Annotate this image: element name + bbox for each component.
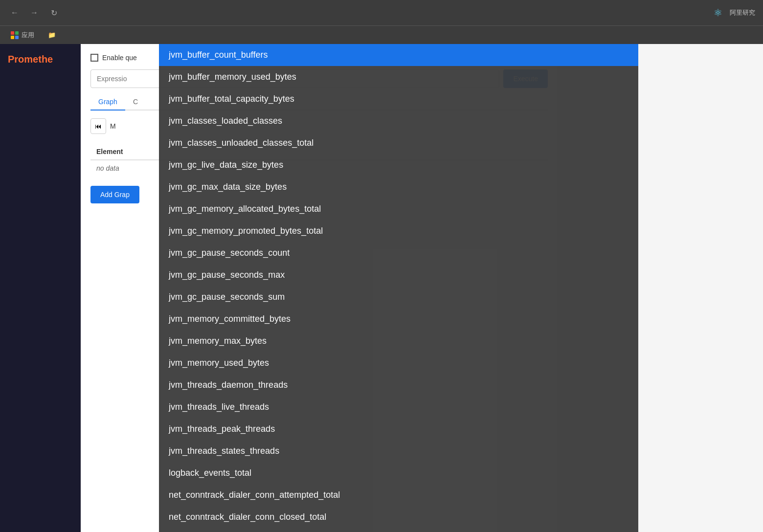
folder-bookmark[interactable]: 📁 — [45, 30, 59, 40]
dropdown-item-14[interactable]: jvm_memory_used_bytes — [159, 352, 638, 374]
folder-icon: 📁 — [48, 31, 56, 39]
dropdown-item-22[interactable]: net_conntrack_dialer_conn_established_to… — [159, 528, 638, 532]
dropdown-item-21[interactable]: net_conntrack_dialer_conn_closed_total — [159, 506, 638, 528]
react-icon: ⚛ — [712, 7, 724, 19]
apps-label: 应用 — [22, 31, 34, 40]
dropdown-item-18[interactable]: jvm_threads_states_threads — [159, 440, 638, 462]
dropdown-item-17[interactable]: jvm_threads_peak_threads — [159, 418, 638, 440]
dropdown-item-6[interactable]: jvm_gc_max_data_size_bytes — [159, 176, 638, 198]
back-button[interactable]: ← — [8, 6, 22, 20]
dropdown-item-16[interactable]: jvm_threads_live_threads — [159, 396, 638, 418]
dropdown-item-7[interactable]: jvm_gc_memory_allocated_bytes_total — [159, 198, 638, 220]
dropdown-item-4[interactable]: jvm_classes_unloaded_classes_total — [159, 132, 638, 154]
ctrl-label: M — [110, 122, 116, 130]
dropdown-item-13[interactable]: jvm_memory_max_bytes — [159, 330, 638, 352]
sidebar-title: Promethe — [0, 54, 81, 77]
dropdown-item-11[interactable]: jvm_gc_pause_seconds_sum — [159, 286, 638, 308]
dropdown-item-5[interactable]: jvm_gc_live_data_size_bytes — [159, 154, 638, 176]
apps-bookmark[interactable]: 应用 — [8, 30, 37, 41]
enable-query-checkbox[interactable] — [90, 54, 98, 62]
dropdown-item-1[interactable]: jvm_buffer_memory_used_bytes — [159, 66, 638, 88]
dropdown-item-3[interactable]: jvm_classes_loaded_classes — [159, 110, 638, 132]
dropdown-item-15[interactable]: jvm_threads_daemon_threads — [159, 374, 638, 396]
dropdown-item-19[interactable]: logback_events_total — [159, 462, 638, 484]
tab-c[interactable]: C — [125, 94, 146, 110]
tab-graph[interactable]: Graph — [90, 94, 125, 111]
browser-right-controls: ⚛ 阿里研究 — [712, 7, 755, 19]
refresh-button[interactable]: ↻ — [47, 6, 61, 20]
dropdown-item-12[interactable]: jvm_memory_committed_bytes — [159, 308, 638, 330]
forward-button[interactable]: → — [27, 6, 41, 20]
dropdown-overlay: jvm_buffer_count_buffers jvm_buffer_memo… — [159, 44, 638, 532]
dropdown-item-0[interactable]: jvm_buffer_count_buffers — [159, 44, 638, 66]
add-graph-button[interactable]: Add Grap — [90, 186, 139, 203]
dropdown-item-2[interactable]: jvm_buffer_total_capacity_bytes — [159, 88, 638, 110]
dropdown-item-9[interactable]: jvm_gc_pause_seconds_count — [159, 242, 638, 264]
browser-chrome: ← → ↻ ⚛ 阿里研究 应用 📁 — [0, 0, 763, 44]
enable-query-label: Enable que — [102, 54, 137, 62]
sidebar: Promethe — [0, 44, 81, 532]
dropdown-item-10[interactable]: jvm_gc_pause_seconds_max — [159, 264, 638, 286]
page-layout: Promethe Enable que Execute Graph C ⏮ M — [0, 44, 763, 532]
dropdown-item-8[interactable]: jvm_gc_memory_promoted_bytes_total — [159, 220, 638, 242]
user-label: 阿里研究 — [730, 8, 755, 17]
rewind-button[interactable]: ⏮ — [90, 118, 106, 134]
browser-toolbar: ← → ↻ ⚛ 阿里研究 — [0, 0, 763, 25]
main-content: Enable que Execute Graph C ⏮ M Element — [81, 44, 558, 532]
bookmarks-bar: 应用 📁 — [0, 25, 763, 44]
dropdown-item-20[interactable]: net_conntrack_dialer_conn_attempted_tota… — [159, 484, 638, 506]
apps-grid-icon — [11, 31, 19, 39]
